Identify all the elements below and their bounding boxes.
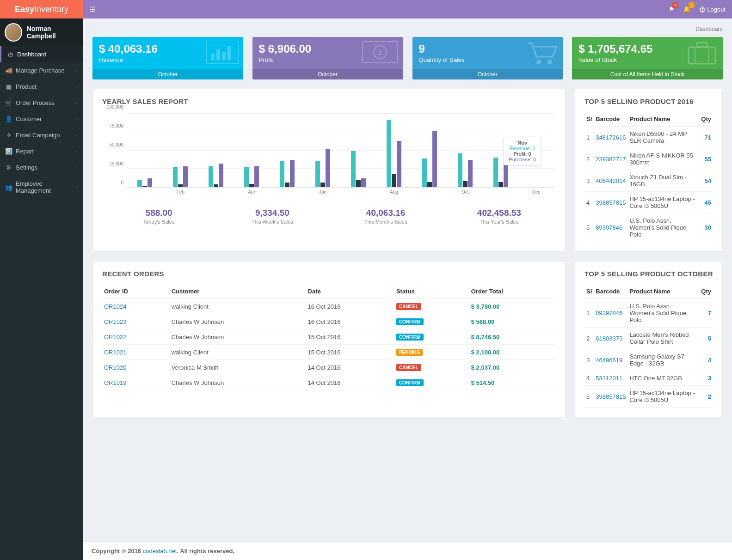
bar-group [305,114,341,187]
sidebar-item-report[interactable]: 📊Report‹ [0,143,83,159]
cell-barcode[interactable]: 398857815 [594,386,627,408]
summary-value: 40,063.16 [329,208,443,218]
bar-purchase [326,149,330,187]
sidebar-item-label: Report [16,148,34,155]
cell-barcode[interactable]: 53312011 [594,371,627,386]
yearly-sales-box: YEARLY SALES REPORT 025,00050,00075,0001… [92,89,566,252]
sidebar-item-customer[interactable]: 👤Customer‹ [0,111,83,127]
bar-revenue [137,180,142,187]
notifications-flag-button[interactable]: ⚑ 0 [669,6,675,13]
kpi-footer: October [252,69,403,79]
topbar: ☰ ⚑ 0 🔔 1 ⏻ Logout [83,0,732,18]
cell-barcode[interactable]: 348172616 [594,127,627,148]
yearly-sales-chart: 025,00050,00075,000100,000 Nov Revenue: … [102,112,556,200]
kpi-card-quantity-of-sales[interactable]: 9Quantity of SalesOctober [412,37,563,79]
bar-revenue [422,158,427,187]
kpi-card-value-of-stock[interactable]: $ 1,705,674.65Value of StockCost of All … [572,37,723,79]
x-tick [412,189,447,200]
sidebar-item-settings[interactable]: ⚙Settings‹ [0,159,83,176]
sidebar-item-manage-purchase[interactable]: 🚚Manage Purchase‹ [0,62,83,79]
summary-label: This Month's Sales [329,219,443,225]
table-row: 1348172616Nikon D5500 - 24 MP SLR Camera… [584,127,713,148]
cell-date: 15 Oct 2016 [306,345,394,360]
cell-status: CONFIRM [394,329,469,345]
brand-logo[interactable]: EasyInventory [0,0,83,18]
grid-icon: ▦ [6,84,12,90]
cell-total: $ 8,746.50 [469,329,556,345]
cell-order-id[interactable]: OR1021 [102,345,170,360]
menu-toggle-icon[interactable]: ☰ [90,6,96,13]
bar-profit [178,184,183,187]
sidebar-item-email-campaign[interactable]: ✈Email Campaign‹ [0,127,83,143]
sidebar-item-dashboard[interactable]: ◷Dashboard [0,46,83,62]
cell-barcode[interactable]: 46496619 [594,349,627,371]
footer-link[interactable]: codeslab.net [143,548,177,554]
cell-order-id[interactable]: OR1020 [102,360,170,375]
sidebar-item-order-process[interactable]: 🛒Order Process‹ [0,95,83,111]
summary-item: 402,458.53This Year's Sales [443,208,556,225]
x-tick: Jun [305,189,341,200]
cell-sl: 4 [584,192,594,213]
table-row: OR1020Veronica M Smith14 Oct 2016CANCEL$… [102,360,556,375]
chevron-left-icon: ‹ [76,68,78,73]
cell-customer: Charles W Johnson [170,329,306,345]
notifications-bell-button[interactable]: 🔔 1 [683,6,691,13]
top5-2016-title: TOP 5 SELLING PRODUCT 2016 [584,97,713,105]
cell-order-id[interactable]: OR1023 [102,314,170,329]
cell-customer: walking Client [170,345,306,360]
bar-purchase [254,166,259,187]
y-tick: 75,000 [109,123,123,128]
cell-barcode[interactable]: 398857815 [594,192,627,213]
stat-icon [206,41,239,65]
power-icon: ⏻ [699,6,705,13]
table-row: 589397846U.S. Polo Assn. Women's Solid P… [584,213,713,242]
sidebar-item-product[interactable]: ▦Product‹ [0,79,83,95]
bar-revenue [493,158,498,187]
cell-sl: 1 [584,299,594,328]
bell-badge: 1 [689,2,695,8]
y-tick: 50,000 [109,142,123,147]
bar-purchase [290,160,295,187]
sidebar: EasyInventory Norman Campbell ◷Dashboard… [0,0,83,560]
cell-barcode[interactable]: 239382717 [594,148,627,170]
bar-purchase [183,166,188,187]
table-row: OR1022Charles W Johnson15 Oct 2016CONFIR… [102,329,556,345]
summary-value: 588.00 [102,208,215,218]
logout-button[interactable]: ⏻ Logout [699,6,726,13]
summary-label: This Year's Sales [443,219,556,225]
cell-order-id[interactable]: OR1019 [102,375,170,390]
col-date: Date [306,284,394,299]
sidebar-item-label: Employee Management [16,180,76,194]
cell-barcode[interactable]: 89397846 [594,213,627,242]
status-badge: CONFIRM [396,334,424,341]
kpi-card-profit[interactable]: $ 6,906.00Profit1October [252,37,403,79]
cell-barcode[interactable]: 61803375 [594,328,627,349]
table-row: 261803375Lacoste Men's Ribbed Collar Pol… [584,328,713,349]
bar-profit [427,182,432,187]
footer: Copyright © 2016 codeslab.net. All right… [83,542,732,560]
cell-sl: 1 [584,127,594,148]
cell-order-id[interactable]: OR1022 [102,329,170,345]
x-tick: Feb [163,189,198,200]
plane-icon: ✈ [6,132,12,139]
y-tick: 0 [121,180,123,185]
cell-order-id[interactable]: OR1024 [102,299,170,314]
x-tick [270,189,305,200]
bar-profit [463,181,467,187]
cell-qty: 30 [699,213,713,242]
case-icon [686,41,718,67]
tooltip-purchase: Purchase: 0 [509,157,536,162]
cell-barcode[interactable]: 89397846 [594,299,627,328]
avatar[interactable] [5,23,22,42]
cart-icon [526,41,558,67]
cell-date: 14 Oct 2016 [306,375,394,390]
kpi-card-revenue[interactable]: $ 40,063.16RevenueOctober [92,37,243,79]
x-tick: Oct [447,189,483,200]
cell-name: U.S. Polo Assn. Women's Solid Pique Polo [627,299,699,328]
cell-barcode[interactable]: 406442014 [594,170,627,192]
col-sl: Sl [584,284,594,299]
chevron-left-icon: ‹ [76,185,78,189]
sidebar-item-employee-management[interactable]: 👥Employee Management‹ [0,176,83,199]
cell-qty: 71 [699,127,713,148]
cell-status: CANCEL [394,299,469,314]
